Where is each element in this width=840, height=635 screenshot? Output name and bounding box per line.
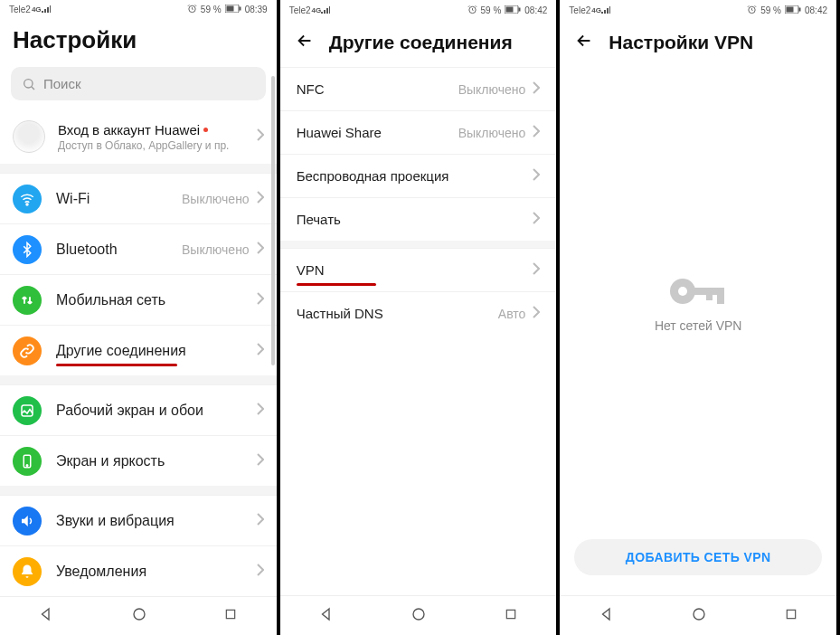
section-gap: [0, 486, 277, 495]
add-vpn-label: ДОБАВИТЬ СЕТЬ VPN: [626, 550, 771, 564]
notification-icon: [13, 557, 42, 586]
search-input[interactable]: Поиск: [11, 67, 266, 100]
header: Другие соединения: [280, 20, 557, 67]
alarm-icon: [187, 4, 197, 15]
back-button[interactable]: [574, 31, 594, 54]
svg-point-5: [26, 204, 28, 205]
page-title: Другие соединения: [329, 32, 513, 53]
add-vpn-button[interactable]: ДОБАВИТЬ СЕТЬ VPN: [574, 539, 822, 575]
huawei-share-row[interactable]: Huawei Share Выключено: [280, 110, 557, 154]
account-subtitle: Доступ в Облако, AppGallery и пр.: [58, 139, 229, 152]
search-icon: [22, 77, 36, 91]
page-title: Настройки VPN: [609, 32, 753, 53]
chevron-right-icon: [257, 453, 264, 469]
search-placeholder: Поиск: [43, 76, 81, 91]
wallpaper-icon: [13, 396, 42, 425]
page-title: Настройки: [13, 26, 137, 54]
carrier-label: Tele2: [289, 5, 311, 15]
mobile-network-row[interactable]: Мобильная сеть: [0, 274, 277, 325]
svg-rect-3: [239, 7, 241, 11]
row-label: Печать: [297, 212, 341, 227]
battery-pct: 59 %: [481, 5, 502, 15]
nav-back-button[interactable]: [38, 606, 54, 626]
row-label: Wi-Fi: [56, 191, 90, 207]
nav-home-button[interactable]: [131, 606, 147, 626]
clock-label: 08:42: [805, 5, 827, 15]
chevron-right-icon: [257, 191, 264, 207]
svg-rect-10: [227, 610, 235, 618]
header: Настройки: [0, 19, 277, 67]
vpn-key-icon: [666, 273, 730, 309]
status-bar: Tele2 4G 59 % 08:42: [280, 0, 557, 20]
empty-state: Нет сетей VPN: [560, 67, 836, 539]
print-row[interactable]: Печать: [280, 197, 557, 241]
svg-rect-14: [519, 7, 521, 11]
svg-point-22: [678, 287, 687, 296]
bluetooth-row[interactable]: Bluetooth Выключено: [0, 223, 277, 274]
notifications-row[interactable]: Уведомления: [0, 545, 277, 596]
svg-rect-24: [717, 288, 724, 304]
account-row[interactable]: Вход в аккаунт Huawei Доступ в Облако, A…: [0, 109, 277, 164]
row-label: Звуки и вибрация: [56, 513, 175, 529]
bluetooth-icon: [13, 235, 42, 264]
row-label: Мобильная сеть: [56, 292, 165, 308]
clock-label: 08:39: [245, 5, 268, 14]
nav-recent-button[interactable]: [223, 607, 238, 625]
wireless-projection-row[interactable]: Беспроводная проекция: [280, 154, 557, 197]
nav-back-button[interactable]: [599, 606, 615, 626]
header: Настройки VPN: [560, 20, 836, 67]
nav-recent-button[interactable]: [784, 607, 798, 625]
link-icon: [13, 336, 42, 365]
vpn-row[interactable]: VPN: [280, 248, 557, 291]
battery-pct: 59 %: [760, 5, 781, 15]
chevron-right-icon: [533, 168, 540, 185]
row-label: Частный DNS: [297, 306, 383, 321]
row-value: Выключено: [458, 126, 526, 140]
nav-home-button[interactable]: [691, 606, 707, 626]
svg-point-26: [694, 609, 704, 620]
svg-rect-13: [506, 6, 514, 12]
other-connections-row[interactable]: Другие соединения: [0, 325, 277, 375]
svg-point-15: [413, 609, 424, 620]
avatar: [13, 120, 45, 153]
nav-recent-button[interactable]: [504, 607, 518, 625]
highlight-underline: [56, 364, 177, 366]
svg-point-9: [134, 609, 145, 620]
wifi-icon: [13, 185, 42, 213]
sound-icon: [13, 507, 42, 535]
empty-message: Нет сетей VPN: [655, 318, 742, 333]
nav-home-button[interactable]: [411, 606, 427, 626]
mobile-data-icon: [13, 286, 42, 315]
chevron-right-icon: [257, 513, 264, 529]
row-label: Другие соединения: [56, 343, 186, 359]
nfc-row[interactable]: NFC Выключено: [280, 67, 557, 110]
nav-back-button[interactable]: [318, 606, 335, 626]
network-type-icon: 4G: [312, 6, 322, 14]
svg-rect-20: [798, 7, 800, 11]
back-button[interactable]: [295, 31, 315, 54]
chevron-right-icon: [533, 306, 540, 322]
clock-label: 08:42: [524, 5, 547, 15]
row-label: Рабочий экран и обои: [56, 403, 203, 419]
chevron-right-icon: [257, 403, 264, 419]
home-wallpaper-row[interactable]: Рабочий экран и обои: [0, 384, 277, 435]
status-bar: Tele2 4G 59 % 08:39: [0, 0, 277, 19]
private-dns-row[interactable]: Частный DNS Авто: [280, 291, 557, 335]
sounds-row[interactable]: Звуки и вибрация: [0, 495, 277, 545]
battery-icon: [785, 5, 801, 15]
chevron-right-icon: [257, 292, 264, 308]
row-label: Беспроводная проекция: [297, 168, 449, 184]
alarm-icon: [467, 5, 477, 16]
display-brightness-row[interactable]: Экран и яркость: [0, 435, 277, 486]
settings-pane: Tele2 4G 59 % 08:39 Настройки Поиск Вход…: [0, 0, 280, 635]
row-value: Выключено: [182, 242, 250, 257]
chevron-right-icon: [533, 212, 540, 228]
alarm-icon: [747, 5, 757, 16]
battery-pct: 59 %: [201, 5, 222, 14]
chevron-right-icon: [257, 564, 264, 580]
row-value: Выключено: [458, 82, 526, 97]
wifi-row[interactable]: Wi-Fi Выключено: [0, 173, 277, 223]
network-type-icon: 4G: [591, 6, 601, 14]
carrier-label: Tele2: [9, 5, 31, 14]
row-label: Экран и яркость: [56, 453, 165, 469]
